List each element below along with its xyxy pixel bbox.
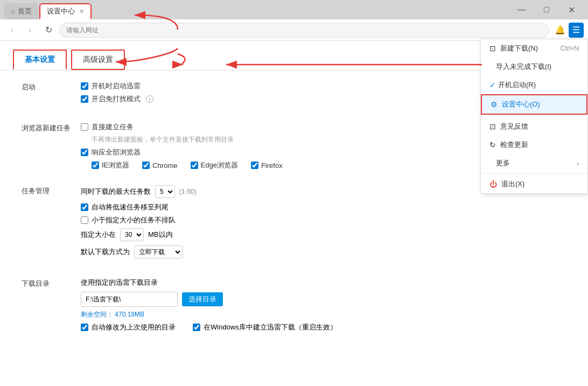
size-limit-row: 指定大小在 30 MB以内 (81, 228, 566, 241)
refresh-button[interactable]: ↻ (41, 23, 56, 38)
auto-restore-label: 自动修改为上次使用的目录 (92, 322, 176, 332)
windows-lib-label: 在Windows库中建立迅雷下载（重启生效） (204, 322, 337, 332)
startup-label-2: 开启免打扰模式 (92, 94, 141, 104)
remaining-value: 470.19MB (115, 311, 144, 318)
bell-icon-button[interactable]: 🔔 (552, 23, 568, 38)
menu-import-incomplete[interactable]: · 导入未完成下载(I) (481, 58, 587, 76)
auto-restore-row: 自动修改为上次使用的目录 (81, 322, 176, 332)
download-mode-row: 默认下载方式为 立即下载 (81, 245, 566, 258)
firefox-check: Firefox (251, 160, 283, 170)
exit-icon: ⏻ (489, 180, 497, 188)
toolbar-actions: 🔔 ☰ (552, 23, 584, 38)
update-icon: ↻ (489, 141, 496, 149)
no-queue-label: 小于指定大小的任务不排队 (92, 215, 176, 225)
tab-bar: ⌂ 首页 设置中心 ✕ — □ ✕ (0, 0, 588, 19)
startup-menu-label: 开机启动(R) (498, 80, 536, 90)
windows-lib-row: 在Windows库中建立迅雷下载（重启生效） (193, 322, 337, 332)
startup-checkbox-2[interactable] (81, 95, 88, 103)
size-limit-select[interactable]: 30 (120, 228, 144, 241)
feedback-label: 意见反馈 (500, 122, 528, 131)
size-limit-label: 指定大小在 (81, 230, 116, 240)
new-download-label: 新建下载(N) (500, 44, 538, 53)
tab-advanced-settings[interactable]: 高级设置 (71, 50, 125, 70)
download-dir-content: 使用指定的迅雷下载目录 选择目录 剩余空间： 470.19MB 自动修改为上次使… (81, 278, 566, 335)
dir-path-input[interactable] (81, 292, 178, 307)
home-icon: ⌂ (11, 8, 15, 15)
browser-task-label: 浏览器新建任务 (22, 122, 81, 170)
new-download-icon: ⊡ (489, 44, 496, 53)
forward-button[interactable]: › (23, 23, 38, 38)
settings-icon: ⚙ (491, 100, 498, 109)
back-button[interactable]: ‹ (4, 23, 19, 38)
tab-basic-settings[interactable]: 基本设置 (13, 50, 67, 70)
tab-home[interactable]: ⌂ 首页 (4, 3, 38, 19)
max-concurrent-select[interactable]: 5 (155, 185, 175, 198)
address-input[interactable] (59, 23, 549, 38)
menu-feedback[interactable]: ⊡ 意见反馈 (481, 117, 587, 136)
select-dir-button[interactable]: 选择目录 (182, 292, 223, 306)
ie-label: IE浏览器 (102, 160, 129, 170)
tab-settings[interactable]: 设置中心 ✕ (39, 3, 92, 19)
startup-label: 启动 (22, 81, 81, 107)
tab-close-button[interactable]: ✕ (79, 8, 84, 15)
menu-exit[interactable]: ⏻ 退出(X) (481, 175, 587, 193)
no-queue-row: 小于指定大小的任务不排队 (81, 215, 566, 225)
download-mode-label: 默认下载方式为 (81, 247, 130, 257)
download-dir-label: 下载目录 (22, 278, 81, 335)
respond-all-checkbox[interactable] (81, 149, 88, 156)
remaining-space: 剩余空间： 470.19MB (81, 310, 566, 319)
auto-move-label: 自动将低速任务移至列尾 (92, 202, 169, 212)
more-arrow-icon: › (577, 159, 579, 167)
startup-checkbox-1[interactable] (81, 82, 88, 90)
chrome-label: Chrome (152, 162, 177, 170)
ie-checkbox[interactable] (92, 162, 99, 169)
feedback-icon: ⊡ (489, 122, 496, 131)
task-mgmt-content: 同时下载的最大任务数 5 (1-50) 自动将低速任务移至列尾 小于指定大小的任… (81, 185, 566, 263)
windows-lib-checkbox[interactable] (193, 324, 200, 331)
respond-all-label: 响应全部浏览器 (92, 148, 141, 157)
check-update-label: 检查更新 (500, 140, 528, 150)
range-hint: (1-50) (179, 188, 197, 195)
tab-home-label: 首页 (18, 6, 32, 16)
chrome-checkbox[interactable] (142, 162, 150, 169)
download-mode-select[interactable]: 立即下载 (134, 245, 183, 258)
task-mgmt-label: 任务管理 (22, 185, 81, 263)
auto-move-row: 自动将低速任务移至列尾 (81, 202, 566, 212)
info-icon[interactable]: i (146, 95, 153, 103)
size-limit-unit: MB以内 (148, 230, 173, 240)
close-button[interactable]: ✕ (559, 0, 584, 19)
edge-check: Edge浏览器 (191, 160, 238, 170)
menu-button[interactable]: ☰ (569, 23, 584, 38)
auto-move-checkbox[interactable] (81, 203, 88, 211)
minimize-button[interactable]: — (509, 0, 534, 19)
max-concurrent-label: 同时下载的最大任务数 (81, 187, 151, 196)
exit-label: 退出(X) (501, 179, 524, 189)
firefox-label: Firefox (261, 162, 283, 170)
no-queue-checkbox[interactable] (81, 216, 88, 224)
dir-options-row: 自动修改为上次使用的目录 在Windows库中建立迅雷下载（重启生效） (81, 322, 566, 335)
edge-checkbox[interactable] (191, 162, 198, 169)
direct-task-label: 直接建立任务 (92, 122, 134, 132)
firefox-checkbox[interactable] (251, 162, 258, 169)
menu-more[interactable]: · 更多 › (481, 154, 587, 172)
dir-row: 选择目录 (81, 292, 566, 307)
direct-task-checkbox[interactable] (81, 123, 88, 131)
menu-new-download[interactable]: ⊡ 新建下载(N) Ctrl+N (481, 39, 587, 58)
toolbar: ‹ › ↻ 🔔 ☰ (0, 19, 588, 41)
menu-divider-1 (481, 116, 587, 116)
window-controls: — □ ✕ (509, 0, 584, 19)
startup-label-1: 开机时启动迅雷 (92, 81, 141, 91)
maximize-button[interactable]: □ (534, 0, 559, 19)
edge-label: Edge浏览器 (201, 160, 238, 170)
use-specified-text: 使用指定的迅雷下载目录 (81, 278, 566, 287)
startup-check-icon: ✓ (489, 81, 496, 89)
more-label: 更多 (496, 158, 510, 168)
advanced-settings-label: 高级设置 (83, 55, 113, 64)
auto-restore-checkbox[interactable] (81, 324, 88, 331)
download-dir-section: 下载目录 使用指定的迅雷下载目录 选择目录 剩余空间： 470.19MB (22, 278, 566, 335)
menu-startup[interactable]: ✓ 开机启动(R) (481, 76, 587, 94)
menu-settings-center[interactable]: ⚙ 设置中心(O) (481, 94, 587, 115)
ie-check: IE浏览器 (92, 160, 129, 170)
menu-check-update[interactable]: ↻ 检查更新 (481, 136, 587, 154)
tab-settings-label: 设置中心 (47, 6, 75, 16)
